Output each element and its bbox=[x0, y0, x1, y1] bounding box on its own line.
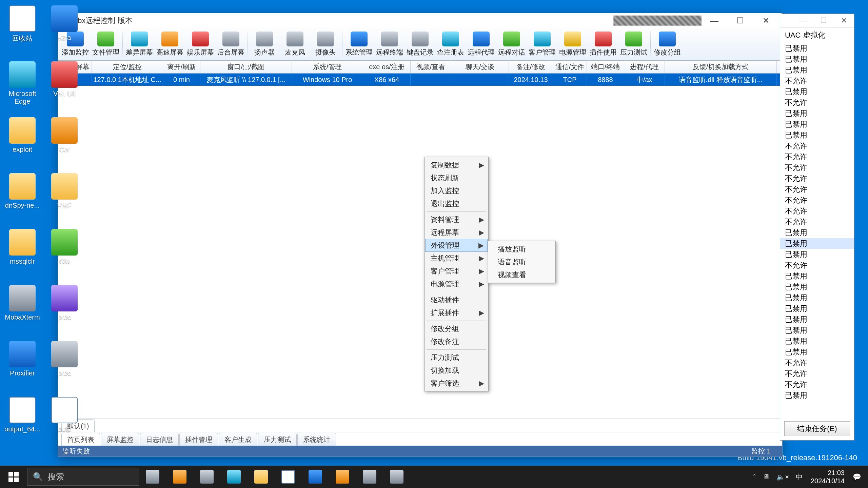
uac-row[interactable]: 不允许 bbox=[780, 173, 854, 184]
menu-item-复制数据[interactable]: 复制数据▶ bbox=[425, 159, 488, 171]
toolbar-客户管理[interactable]: 客户管理 bbox=[527, 29, 557, 60]
tray-clock[interactable]: 21:03 2024/10/14 bbox=[806, 469, 849, 485]
desktop-icon[interactable]: VMF bbox=[44, 170, 85, 226]
uac-row[interactable]: 已禁用 bbox=[780, 271, 854, 282]
desktop-icon[interactable]: v2ra bbox=[44, 2, 85, 58]
column-header[interactable]: 窗口/⬚/截图 bbox=[200, 61, 292, 73]
menu-item-退出监控[interactable]: 退出监控 bbox=[425, 197, 488, 210]
menu-item-修改备注[interactable]: 修改备注 bbox=[425, 335, 488, 348]
task-view-button[interactable] bbox=[139, 466, 166, 488]
desktop-icon[interactable]: proc bbox=[44, 282, 85, 338]
rpanel-minimize[interactable]: ― bbox=[793, 14, 813, 27]
menu-item-资料管理[interactable]: 资料管理▶ bbox=[425, 213, 488, 226]
column-header[interactable]: 端口/终端 bbox=[587, 61, 624, 73]
taskbar-search[interactable]: 🔍 搜索 bbox=[27, 468, 139, 486]
desktop-icon[interactable]: MobaXterm bbox=[2, 282, 43, 338]
desktop-icon[interactable]: Cor bbox=[44, 114, 85, 170]
taskbar-store[interactable] bbox=[275, 466, 302, 488]
uac-row[interactable]: 已禁用 bbox=[780, 227, 854, 238]
column-header[interactable]: 反馈/切换加载方式 bbox=[665, 61, 777, 73]
toolbar-远程代理[interactable]: 远程代理 bbox=[466, 29, 496, 60]
tab-日志信息[interactable]: 日志信息 bbox=[140, 433, 179, 446]
uac-row[interactable]: 已禁用 bbox=[780, 108, 854, 119]
menu-item-客户管理[interactable]: 客户管理▶ bbox=[425, 265, 488, 278]
menu-item-扩展插件[interactable]: 扩展插件▶ bbox=[425, 306, 488, 319]
desktop-icon[interactable]: 回收站 bbox=[2, 2, 43, 58]
submenu-item-语音监听[interactable]: 语音监听 bbox=[489, 256, 555, 268]
uac-row[interactable]: 已禁用 bbox=[780, 303, 854, 314]
column-header[interactable]: 进程/代理 bbox=[624, 61, 665, 73]
uac-row[interactable]: 不允许 bbox=[780, 141, 854, 151]
uac-list[interactable]: 已禁用已禁用已禁用不允许已禁用不允许已禁用已禁用已禁用不允许不允许不允许不允许不… bbox=[780, 43, 854, 417]
uac-row[interactable]: 不允许 bbox=[780, 217, 854, 227]
menu-item-修改分组[interactable]: 修改分组 bbox=[425, 322, 488, 335]
desktop-icon[interactable]: mssqlclr bbox=[2, 226, 43, 282]
context-submenu-peripherals[interactable]: 播放监听语音监听视频查看 bbox=[488, 241, 556, 283]
desktop-icon[interactable]: Gla bbox=[44, 226, 85, 282]
context-menu[interactable]: 复制数据▶状态刷新加入监控退出监控资料管理▶远程屏幕▶外设管理▶主机管理▶客户管… bbox=[424, 157, 489, 391]
toolbar-扬声器[interactable]: 扬声器 bbox=[249, 29, 280, 60]
taskbar-app-3[interactable] bbox=[329, 466, 356, 488]
toolbar-插件使用[interactable]: 插件使用 bbox=[588, 29, 618, 60]
rpanel-close[interactable]: ✕ bbox=[834, 14, 854, 27]
uac-row[interactable]: 已禁用 bbox=[780, 282, 854, 292]
desktop-icon[interactable]: dnSpy-ne... bbox=[2, 170, 43, 226]
tray-chevron-icon[interactable]: ˄ bbox=[749, 473, 760, 481]
toolbar-差异屏幕[interactable]: 差异屏幕 bbox=[124, 29, 155, 60]
toolbar-远程终端[interactable]: 远程终端 bbox=[374, 29, 405, 60]
tray-volume-icon[interactable]: 🔈× bbox=[773, 473, 792, 481]
uac-row[interactable]: 不允许 bbox=[780, 76, 854, 86]
toolbar-高速屏幕[interactable]: 高速屏幕 bbox=[155, 29, 185, 60]
toolbar-修改分组[interactable]: 修改分组 bbox=[652, 29, 683, 60]
uac-column-header[interactable]: UAC 虚拟化 bbox=[780, 27, 854, 43]
uac-row[interactable]: 已禁用 bbox=[780, 325, 854, 336]
uac-row[interactable]: 已禁用 bbox=[780, 292, 854, 303]
uac-row[interactable]: 不允许 bbox=[780, 358, 854, 368]
uac-row[interactable]: 已禁用 bbox=[780, 54, 854, 65]
taskbar[interactable]: 🔍 搜索 ˄ 🖥 🔈× 中 21:03 2024/10/14 💬 bbox=[0, 466, 868, 488]
taskbar-explorer[interactable] bbox=[248, 466, 275, 488]
maximize-button[interactable]: ☐ bbox=[727, 13, 753, 28]
uac-row[interactable]: 已禁用 bbox=[780, 130, 854, 141]
tab-插件管理[interactable]: 插件管理 bbox=[179, 433, 218, 446]
column-header[interactable]: exe os/注册 bbox=[363, 61, 411, 73]
menu-item-状态刷新[interactable]: 状态刷新 bbox=[425, 171, 488, 184]
desktop-icon[interactable]: Microsoft Edge bbox=[2, 58, 43, 114]
column-header[interactable]: 通信/文件 bbox=[553, 61, 587, 73]
toolbar-电源管理[interactable]: 电源管理 bbox=[557, 29, 588, 60]
menu-item-外设管理[interactable]: 外设管理▶ bbox=[425, 239, 488, 252]
submenu-item-播放监听[interactable]: 播放监听 bbox=[489, 243, 555, 256]
minimize-button[interactable]: ― bbox=[702, 13, 727, 28]
host-row-selected[interactable]: 0127.0.0.1本机地址 C...0 min麦克风监听 \\ 127.0.0… bbox=[58, 74, 782, 86]
toolbar-压力测试[interactable]: 压力测试 bbox=[618, 29, 649, 60]
uac-row[interactable]: 已禁用 bbox=[780, 119, 854, 130]
menu-item-压力测试[interactable]: 压力测试 bbox=[425, 351, 488, 364]
menu-item-电源管理[interactable]: 电源管理▶ bbox=[425, 278, 488, 290]
uac-row[interactable]: 不允许 bbox=[780, 195, 854, 206]
uac-row[interactable]: 已禁用 bbox=[780, 336, 854, 347]
column-header[interactable]: 定位/监控 bbox=[92, 61, 163, 73]
menu-item-加入监控[interactable]: 加入监控 bbox=[425, 184, 488, 197]
toolbar-麦克风[interactable]: 麦克风 bbox=[280, 29, 310, 60]
uac-row[interactable]: 已禁用 bbox=[780, 390, 854, 401]
titlebar[interactable]: ebx远程控制 版本 ― ☐ ✕ bbox=[58, 13, 782, 28]
rpanel-maximize[interactable]: ☐ bbox=[813, 14, 834, 27]
uac-row[interactable]: 已禁用 bbox=[780, 314, 854, 325]
uac-row[interactable]: 不允许 bbox=[780, 184, 854, 195]
column-header[interactable]: 备注/修改 bbox=[509, 61, 553, 73]
uac-row[interactable]: 已禁用 bbox=[780, 238, 854, 249]
toolbar-查注册表[interactable]: 查注册表 bbox=[435, 29, 466, 60]
tab-客户生成[interactable]: 客户生成 bbox=[219, 433, 257, 446]
uac-row[interactable]: 已禁用 bbox=[780, 65, 854, 76]
desktop-icon[interactable]: Proxifier bbox=[2, 338, 43, 393]
menu-item-远程屏幕[interactable]: 远程屏幕▶ bbox=[425, 226, 488, 239]
taskbar-app-5[interactable] bbox=[383, 466, 410, 488]
taskbar-app-2[interactable] bbox=[193, 466, 220, 488]
desktop-icon[interactable]: VMI Ult bbox=[44, 58, 85, 114]
menu-item-主机管理[interactable]: 主机管理▶ bbox=[425, 252, 488, 265]
uac-row[interactable]: 已禁用 bbox=[780, 86, 854, 97]
menu-item-客户筛选[interactable]: 客户筛选▶ bbox=[425, 377, 488, 390]
toolbar-文件管理[interactable]: 文件管理 bbox=[91, 29, 121, 60]
toolbar-键盘记录[interactable]: 键盘记录 bbox=[405, 29, 435, 60]
tab-压力测试[interactable]: 压力测试 bbox=[258, 433, 297, 446]
